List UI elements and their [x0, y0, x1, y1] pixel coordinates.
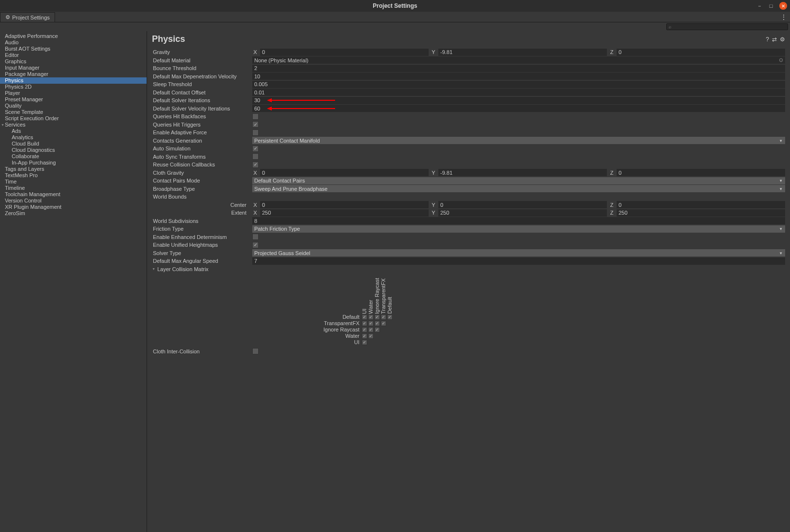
matrix-checkbox[interactable] — [362, 321, 367, 326]
sidebar-item-burst-aot-settings[interactable]: Burst AOT Settings — [0, 46, 147, 52]
sidebar-item-physics[interactable]: Physics — [0, 77, 147, 84]
gravity-z-input[interactable] — [617, 49, 785, 56]
sidebar-item-tags-and-layers[interactable]: Tags and Layers — [0, 166, 147, 172]
sidebar-item-version-control[interactable]: Version Control — [0, 198, 147, 204]
help-icon[interactable]: ? — [766, 36, 769, 43]
adaptive-force-checkbox[interactable] — [252, 129, 259, 136]
matrix-row-default: Default — [153, 314, 361, 320]
sleep-threshold-input[interactable] — [252, 81, 785, 88]
sidebar-item-package-manager[interactable]: Package Manager — [0, 71, 147, 77]
sidebar-item-preset-manager[interactable]: Preset Manager — [0, 96, 147, 103]
sidebar-item-graphics[interactable]: Graphics — [0, 58, 147, 65]
presets-icon[interactable]: ⇄ — [772, 36, 777, 43]
extent-z-input[interactable] — [617, 209, 785, 217]
auto-sim-label: Auto Simulation — [152, 146, 252, 151]
sidebar-item-audio[interactable]: Audio — [0, 39, 147, 46]
matrix-checkbox[interactable] — [362, 333, 367, 339]
world-subdiv-input[interactable] — [252, 217, 785, 224]
sidebar-item-textmesh-pro[interactable]: TextMesh Pro — [0, 172, 147, 179]
queries-triggers-checkbox[interactable] — [252, 121, 259, 128]
sidebar-item-zerosim[interactable]: ZeroSim — [0, 210, 147, 217]
sidebar-item-in-app-purchasing[interactable]: In-App Purchasing — [0, 160, 147, 166]
gravity-label: Gravity — [152, 49, 252, 55]
settings-icon[interactable]: ⚙ — [780, 36, 785, 43]
matrix-checkbox[interactable] — [368, 314, 374, 320]
close-button[interactable]: ✕ — [779, 2, 787, 10]
contact-pairs-dropdown[interactable]: Default Contact Pairs — [252, 177, 785, 184]
tab-label: Project Settings — [12, 15, 50, 20]
enhanced-det-checkbox[interactable] — [252, 234, 259, 240]
sidebar-item-script-execution-order[interactable]: Script Execution Order — [0, 115, 147, 122]
matrix-checkbox[interactable] — [387, 314, 393, 320]
contact-pairs-label: Contact Pairs Mode — [152, 178, 252, 183]
gravity-y-input[interactable] — [438, 49, 607, 56]
solver-type-dropdown[interactable]: Projected Gauss Seidel — [252, 249, 785, 257]
reuse-callbacks-checkbox[interactable] — [252, 162, 259, 168]
center-y-input[interactable] — [438, 201, 607, 208]
search-row: ⌕ — [0, 22, 790, 31]
center-z-input[interactable] — [617, 201, 785, 208]
sidebar-item-player[interactable]: Player — [0, 90, 147, 96]
cloth-inter-checkbox[interactable] — [252, 348, 259, 354]
contacts-gen-dropdown[interactable]: Persistent Contact Manifold — [252, 137, 785, 144]
matrix-checkbox[interactable] — [381, 321, 386, 326]
sidebar-item-adaptive-performance[interactable]: Adaptive Performance — [0, 33, 147, 39]
tab-project-settings[interactable]: ⚙ Project Settings — [0, 12, 55, 22]
matrix-checkbox[interactable] — [381, 314, 386, 320]
matrix-checkbox[interactable] — [362, 327, 367, 332]
center-x-input[interactable] — [260, 201, 429, 208]
maximize-button[interactable]: □ — [768, 2, 774, 9]
minimize-button[interactable]: － — [756, 2, 763, 9]
matrix-checkbox[interactable] — [362, 314, 367, 320]
sidebar-item-timeline[interactable]: Timeline — [0, 185, 147, 191]
cloth-gravity-x-input[interactable] — [260, 169, 429, 176]
gravity-row: Gravity X Y Z — [152, 48, 785, 56]
search-input[interactable]: ⌕ — [666, 23, 788, 30]
sidebar-item-physics-2d[interactable]: Physics 2D — [0, 84, 147, 90]
friction-type-dropdown[interactable]: Patch Friction Type — [252, 225, 785, 233]
broadphase-dropdown[interactable]: Sweep And Prune Broadphase — [252, 185, 785, 192]
sidebar-item-input-manager[interactable]: Input Manager — [0, 65, 147, 71]
matrix-checkbox[interactable] — [368, 321, 374, 326]
extent-y-input[interactable] — [438, 209, 607, 217]
solver-iter-input[interactable] — [252, 97, 785, 104]
sidebar-item-time[interactable]: Time — [0, 179, 147, 185]
gravity-x-input[interactable] — [260, 49, 429, 56]
auto-sim-checkbox[interactable] — [252, 146, 259, 152]
matrix-checkbox[interactable] — [375, 321, 380, 326]
solver-vel-iter-input[interactable] — [252, 105, 785, 112]
contact-offset-label: Default Contact Offset — [152, 90, 252, 95]
contact-offset-input[interactable] — [252, 89, 785, 96]
matrix-checkbox[interactable] — [368, 327, 374, 332]
unified-height-checkbox[interactable] — [252, 242, 259, 248]
extent-x-input[interactable] — [260, 209, 429, 217]
extent-label: Extent — [152, 210, 252, 216]
default-material-field[interactable]: None (Physic Material) — [252, 56, 785, 64]
matrix-checkbox[interactable] — [362, 340, 367, 345]
tab-options-icon[interactable]: ⋮ — [780, 13, 787, 21]
max-angular-input[interactable] — [252, 257, 785, 265]
sidebar-item-analytics[interactable]: Analytics — [0, 134, 147, 141]
queries-backfaces-checkbox[interactable] — [252, 113, 259, 120]
layer-matrix-foldout[interactable]: Layer Collision Matrix — [152, 265, 785, 273]
default-material-label: Default Material — [152, 57, 252, 63]
sidebar-item-collaborate[interactable]: Collaborate — [0, 153, 147, 160]
sidebar-item-cloud-build[interactable]: Cloud Build — [0, 141, 147, 147]
sidebar-item-cloud-diagnostics[interactable]: Cloud Diagnostics — [0, 147, 147, 153]
matrix-checkbox[interactable] — [375, 327, 380, 332]
matrix-checkbox[interactable] — [375, 314, 380, 320]
cloth-gravity-z-input[interactable] — [617, 169, 785, 176]
sidebar-item-services[interactable]: Services — [0, 122, 147, 128]
sidebar-item-quality[interactable]: Quality — [0, 103, 147, 109]
max-depen-input[interactable] — [252, 73, 785, 80]
sidebar-item-toolchain-management[interactable]: Toolchain Management — [0, 191, 147, 198]
solver-type-label: Solver Type — [152, 250, 252, 256]
sidebar-item-scene-template[interactable]: Scene Template — [0, 109, 147, 115]
cloth-gravity-y-input[interactable] — [438, 169, 607, 176]
sidebar-item-editor[interactable]: Editor — [0, 52, 147, 58]
sidebar-item-xr-plugin-management[interactable]: XR Plugin Management — [0, 204, 147, 210]
matrix-checkbox[interactable] — [368, 333, 374, 339]
sidebar-item-ads[interactable]: Ads — [0, 128, 147, 134]
auto-sync-checkbox[interactable] — [252, 153, 259, 160]
bounce-threshold-input[interactable] — [252, 65, 785, 72]
